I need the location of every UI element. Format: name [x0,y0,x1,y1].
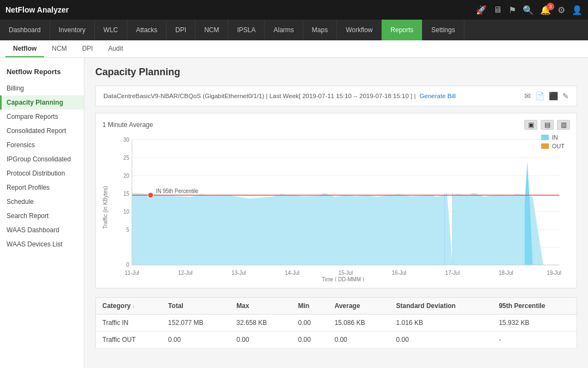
sidebar-item-consolidated-report[interactable]: Consolidated Report [0,124,84,138]
cell-min-1: 0.00 [291,315,328,331]
col-header-std-dev: Standard Deviation [390,298,493,315]
edit-icon[interactable]: ✎ [562,92,569,100]
content-area: Capacity Planning DataCentreBasicV9-NBAR… [84,58,588,368]
sort-arrow: ↕ [132,304,135,309]
top-icons: 🚀 🖥 ⚑ 🔍 🔔3 ⚙ 👤 [476,5,583,15]
tab-netflow[interactable]: Netflow [5,40,44,57]
nav-dpi[interactable]: DPI [167,20,195,40]
col-header-percentile: 95th Percentile [492,298,577,315]
svg-text:30: 30 [123,137,129,143]
cell-max-1: 32.658 KB [230,315,291,331]
sidebar-item-protocol-distribution[interactable]: Protocol Distribution [0,166,84,180]
tab-dpi[interactable]: DPI [75,40,101,57]
sidebar-item-ipgroup-consolidated[interactable]: IPGroup Consolidated [0,152,84,166]
sub-nav: Netflow NCM DPI Audit [0,40,588,58]
nav-workflow[interactable]: Workflow [337,20,382,40]
y-axis-label: Traffic (in KBytes) [102,134,108,281]
sidebar: Netflow Reports Billing Capacity Plannin… [0,58,84,368]
svg-text:12-Jul: 12-Jul [178,270,193,276]
sidebar-item-schedule[interactable]: Schedule [0,195,84,209]
user-icon[interactable]: 👤 [572,5,583,15]
export-icon[interactable]: ⬛ [549,92,558,100]
sidebar-item-waas-dashboard[interactable]: WAAS Dashboard [0,223,84,237]
svg-text:IN 95th Percentile: IN 95th Percentile [156,188,198,194]
legend-in-color [541,135,549,140]
nav-dashboard[interactable]: Dashboard [0,20,50,40]
chart-avg-label: 1 Minute Average [102,121,153,129]
svg-marker-15 [132,193,452,265]
email-icon[interactable]: ✉ [524,92,531,100]
nav-inventory[interactable]: Inventory [50,20,95,40]
svg-text:25: 25 [123,155,129,161]
svg-text:15: 15 [123,191,129,197]
cell-avg-2: 0.00 [328,331,389,348]
bell-icon[interactable]: 🔔3 [540,5,551,15]
cell-avg-1: 15.086 KB [328,315,389,331]
cell-stddev-2: 0.00 [390,331,493,348]
svg-text:0: 0 [126,262,130,268]
cell-total-1: 152.077 MB [162,315,230,331]
legend-in-label: IN [552,134,558,141]
cell-stddev-1: 1.016 KB [390,315,493,331]
legend-in: IN [541,134,565,141]
svg-text:Time ( DD-MMM ): Time ( DD-MMM ) [322,276,364,281]
nav-reports[interactable]: Reports [382,20,422,40]
col-header-category[interactable]: Category ↕ [96,298,162,315]
tab-audit[interactable]: Audit [101,40,131,57]
chart-container: 1 Minute Average ▣ ▤ ▥ Traffic (in KByte… [95,113,577,288]
nav-wlc[interactable]: WLC [95,20,127,40]
legend-out-color [541,143,549,149]
nav-alarms[interactable]: Alarms [265,20,303,40]
info-bar: DataCentreBasicV9-NBAR/CBQoS (GigabitEth… [95,86,577,106]
sidebar-item-report-profiles[interactable]: Report Profiles [0,180,84,195]
cell-total-2: 0.00 [162,331,230,348]
col-header-max: Max [230,298,291,315]
svg-text:18-Jul: 18-Jul [499,270,513,276]
sidebar-item-search-report[interactable]: Search Report [0,209,84,223]
svg-text:20: 20 [123,173,129,179]
monitor-icon[interactable]: 🖥 [493,5,502,15]
svg-text:10: 10 [123,209,129,215]
pdf-icon[interactable]: 📄 [535,92,544,100]
sidebar-item-capacity-planning[interactable]: Capacity Planning [0,95,84,110]
svg-text:17-Jul: 17-Jul [445,270,460,276]
chart-tool-1[interactable]: ▣ [524,120,537,130]
sidebar-item-waas-devices-list[interactable]: WAAS Devices List [0,237,84,251]
svg-text:19-Jul: 19-Jul [547,270,561,276]
legend-out: OUT [541,143,565,149]
app-title: NetFlow Analyzer [5,5,69,14]
svg-text:15-Jul: 15-Jul [338,270,353,276]
rocket-icon[interactable]: 🚀 [476,5,487,15]
nav-maps[interactable]: Maps [303,20,337,40]
chart-area: Traffic (in KBytes) IN OUT [102,134,570,281]
gear-icon[interactable]: ⚙ [558,5,565,15]
nav-bar: Dashboard Inventory WLC Attacks DPI NCM … [0,20,588,40]
sidebar-item-billing[interactable]: Billing [0,81,84,95]
chart-tool-3[interactable]: ▥ [557,120,570,130]
nav-ipsla[interactable]: IPSLA [228,20,265,40]
svg-text:5: 5 [126,227,130,233]
nav-attacks[interactable]: Attacks [127,20,167,40]
cell-percentile-1: 15.932 KB [492,315,577,331]
tab-ncm[interactable]: NCM [44,40,74,57]
table-row: Traffic OUT 0.00 0.00 0.00 0.00 0.00 - [96,331,577,348]
alerts-icon[interactable]: ⚑ [509,5,516,15]
nav-settings[interactable]: Settings [422,20,464,40]
info-text: DataCentreBasicV9-NBAR/CBQoS (GigabitEth… [103,93,456,99]
search-icon[interactable]: 🔍 [523,5,534,15]
chart-tools: ▣ ▤ ▥ [524,120,570,130]
nav-ncm[interactable]: NCM [195,20,228,40]
chart-header: 1 Minute Average ▣ ▤ ▥ [102,120,570,130]
main-layout: Netflow Reports Billing Capacity Plannin… [0,58,588,368]
sidebar-item-forensics[interactable]: Forensics [0,138,84,152]
col-header-average: Average [328,298,389,315]
sidebar-item-compare-reports[interactable]: Compare Reports [0,110,84,124]
generate-bill-link[interactable]: Generate Bill [420,93,456,99]
svg-point-21 [148,192,154,198]
chart-plot: IN OUT [111,134,570,281]
table-row: Traffic IN 152.077 MB 32.658 KB 0.00 15.… [96,315,577,331]
notification-badge: 3 [547,3,554,10]
svg-text:16-Jul: 16-Jul [392,270,407,276]
chart-tool-2[interactable]: ▤ [541,120,554,130]
cell-category-2: Traffic OUT [96,331,162,348]
